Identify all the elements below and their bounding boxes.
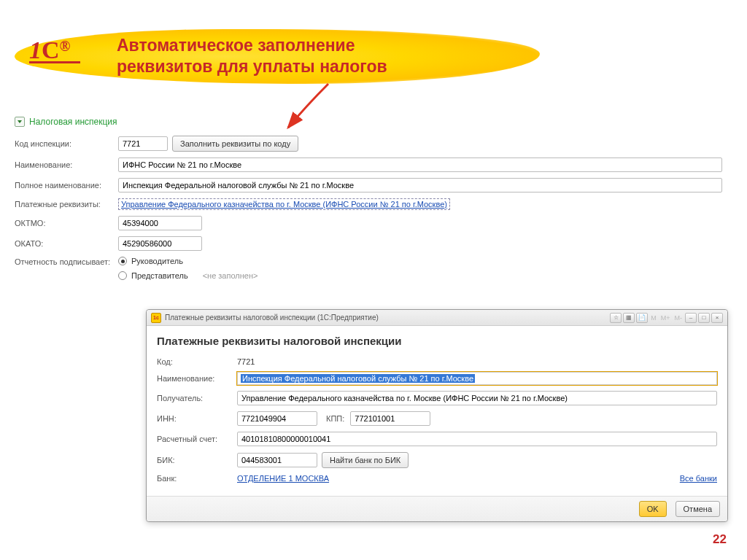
fullname-input[interactable] xyxy=(118,178,722,192)
page-number: 22 xyxy=(713,532,727,547)
signer-group: Руководитель Представитель <не заполнен> xyxy=(118,257,258,280)
dlg-code-value: 7721 xyxy=(237,357,255,366)
oktmo-input[interactable] xyxy=(118,216,202,230)
dlg-recipient-label: Получатель: xyxy=(157,394,237,402)
dlg-account-input[interactable] xyxy=(237,432,717,446)
oktmo-label: ОКТМО: xyxy=(15,219,118,228)
dialog-footer: OK Отмена xyxy=(147,496,727,521)
cancel-button[interactable]: Отмена xyxy=(676,501,720,517)
radio-representative[interactable] xyxy=(118,271,127,280)
dlg-name-input[interactable]: Инспекция Федеральной налоговой службы №… xyxy=(237,372,717,385)
dlg-name-label: Наименование: xyxy=(157,374,237,383)
dlg-bik-input[interactable] xyxy=(237,453,317,467)
dialog-titlebar[interactable]: 1c Платежные реквизиты налоговой инспекц… xyxy=(147,310,727,326)
all-banks-link[interactable]: Все банки xyxy=(680,474,717,483)
dlg-bank-label: Банк: xyxy=(157,474,237,483)
payreq-link-box[interactable]: Управление Федерального казначейства по … xyxy=(118,198,450,210)
bank-link[interactable]: ОТДЕЛЕНИЕ 1 МОСКВА xyxy=(237,474,329,483)
m-plus-label: M+ xyxy=(659,314,672,322)
okato-input[interactable] xyxy=(118,236,202,251)
find-bank-button[interactable]: Найти банк по БИК xyxy=(322,452,409,468)
name-label: Наименование: xyxy=(15,160,118,169)
dialog-window-title: Платежные реквизиты налоговой инспекции … xyxy=(165,314,610,322)
code-label: Код инспекции: xyxy=(15,139,118,148)
payment-details-dialog: 1c Платежные реквизиты налоговой инспекц… xyxy=(146,309,728,522)
name-input[interactable] xyxy=(118,158,722,172)
fullname-label: Полное наименование: xyxy=(15,181,118,190)
code-input[interactable] xyxy=(118,136,168,151)
dlg-kpp-input[interactable] xyxy=(350,411,430,426)
radio-head-label: Руководитель xyxy=(131,257,183,265)
radio-rep-label: Представитель xyxy=(131,271,188,280)
payreq-link[interactable]: Управление Федерального казначейства по … xyxy=(121,200,447,209)
dlg-kpp-label: КПП: xyxy=(326,414,344,423)
tool-icon-1[interactable]: ☆ xyxy=(610,313,622,323)
dlg-inn-label: ИНН: xyxy=(157,414,237,423)
tool-icon-2[interactable]: ▦ xyxy=(623,313,635,323)
dlg-inn-input[interactable] xyxy=(237,411,317,426)
chevron-down-icon[interactable] xyxy=(15,117,25,127)
dlg-bik-label: БИК: xyxy=(157,456,237,464)
signer-label: Отчетность подписывает: xyxy=(15,257,118,267)
ok-button[interactable]: OK xyxy=(639,501,667,517)
logo-1c: 1C® xyxy=(29,36,91,73)
dlg-recipient-input[interactable] xyxy=(237,391,717,405)
app-icon: 1c xyxy=(151,313,161,323)
section-title: Налоговая инспекция xyxy=(29,117,117,127)
close-icon[interactable]: × xyxy=(711,313,723,323)
main-form: Налоговая инспекция Код инспекции: Запол… xyxy=(15,117,722,286)
dlg-code-label: Код: xyxy=(157,357,237,366)
fill-by-code-button[interactable]: Заполнить реквизиты по коду xyxy=(172,136,298,152)
radio-head[interactable] xyxy=(118,257,127,265)
okato-label: ОКАТО: xyxy=(15,239,118,248)
m-minus-label: M- xyxy=(673,314,684,322)
minimize-icon[interactable]: – xyxy=(685,313,697,323)
payreq-label: Платежные реквизиты: xyxy=(15,200,118,209)
dlg-account-label: Расчетный счет: xyxy=(157,435,237,443)
dialog-heading: Платежные реквизиты налоговой инспекции xyxy=(157,335,717,347)
tool-icon-3[interactable]: 📄 xyxy=(636,313,648,323)
m-label: M xyxy=(649,314,658,322)
rep-hint: <не заполнен> xyxy=(203,271,258,280)
slide-title: Автоматическое заполнение реквизитов для… xyxy=(117,35,387,77)
maximize-icon[interactable]: □ xyxy=(698,313,710,323)
section-header[interactable]: Налоговая инспекция xyxy=(15,117,722,127)
